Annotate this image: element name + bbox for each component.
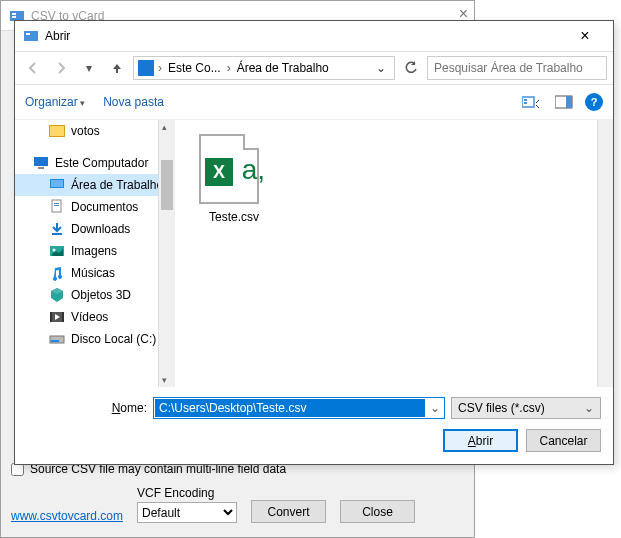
tree-item-votos[interactable]: votos bbox=[15, 120, 174, 142]
file-name-label: Teste.csv bbox=[189, 210, 279, 224]
tree-item-downloads[interactable]: Downloads bbox=[15, 218, 174, 240]
search-input[interactable] bbox=[427, 56, 607, 80]
svg-rect-4 bbox=[26, 33, 30, 35]
svg-rect-15 bbox=[54, 203, 59, 204]
back-button[interactable] bbox=[21, 56, 45, 80]
parent-bottom-panel: Source CSV file may contain multi-line f… bbox=[1, 454, 474, 537]
desktop-icon bbox=[49, 177, 65, 193]
forward-button[interactable] bbox=[49, 56, 73, 80]
videos-icon bbox=[49, 309, 65, 325]
documents-icon bbox=[49, 199, 65, 215]
recent-button[interactable]: ▾ bbox=[77, 56, 101, 80]
dialog-icon bbox=[23, 28, 39, 44]
open-file-dialog: Abrir × ▾ › Este Co... › Área de Trabalh… bbox=[14, 20, 614, 465]
chevron-down-icon[interactable]: ⌄ bbox=[426, 401, 444, 415]
svg-rect-21 bbox=[50, 312, 52, 322]
chevron-down-icon[interactable]: ⌄ bbox=[372, 61, 390, 75]
file-list[interactable]: X a, Teste.csv bbox=[175, 120, 613, 387]
music-icon bbox=[49, 265, 65, 281]
chevron-down-icon: ⌄ bbox=[584, 401, 594, 415]
cancel-button[interactable]: Cancelar bbox=[526, 429, 601, 452]
svg-rect-9 bbox=[566, 96, 572, 108]
svg-rect-24 bbox=[51, 340, 59, 342]
svg-rect-17 bbox=[52, 233, 62, 235]
close-button[interactable]: Close bbox=[340, 500, 415, 523]
monitor-icon bbox=[138, 60, 154, 76]
navigation-tree[interactable]: votos Este Computador Área de Trabalho D… bbox=[15, 120, 175, 387]
tree-item-3d[interactable]: Objetos 3D bbox=[15, 284, 174, 306]
dialog-bottom-bar: Nome: ⌄ CSV files (*.csv) ⌄ Abrir Cancel… bbox=[15, 387, 613, 464]
svg-rect-11 bbox=[38, 167, 44, 169]
up-button[interactable] bbox=[105, 56, 129, 80]
svg-rect-22 bbox=[62, 312, 64, 322]
organize-menu[interactable]: Organizar bbox=[25, 95, 85, 109]
preview-pane-button[interactable] bbox=[553, 93, 575, 111]
address-bar: ▾ › Este Co... › Área de Trabalho ⌄ bbox=[15, 51, 613, 85]
tree-item-images[interactable]: Imagens bbox=[15, 240, 174, 262]
filename-label: Nome: bbox=[27, 401, 147, 415]
vcf-encoding-label: VCF Encoding bbox=[137, 486, 237, 500]
view-mode-button[interactable] bbox=[521, 93, 543, 111]
vcf-encoding-group: VCF Encoding Default bbox=[137, 486, 237, 523]
svg-rect-10 bbox=[34, 157, 48, 166]
svg-rect-1 bbox=[12, 13, 16, 15]
files-scrollbar[interactable] bbox=[597, 120, 613, 387]
chevron-right-icon: › bbox=[225, 61, 233, 75]
filename-input[interactable] bbox=[155, 399, 425, 417]
filename-combo[interactable]: ⌄ bbox=[153, 397, 445, 419]
svg-rect-16 bbox=[54, 205, 59, 206]
monitor-icon bbox=[33, 155, 49, 171]
content-area: votos Este Computador Área de Trabalho D… bbox=[15, 119, 613, 387]
breadcrumb-item-pc[interactable]: Este Co... bbox=[166, 61, 223, 75]
svg-rect-2 bbox=[12, 16, 16, 18]
vcf-encoding-select[interactable]: Default bbox=[137, 502, 237, 523]
csv-file-icon: X a, bbox=[199, 134, 269, 204]
svg-rect-13 bbox=[51, 180, 63, 187]
open-button[interactable]: Abrir bbox=[443, 429, 518, 452]
bottom-controls: www.csvtovcard.com VCF Encoding Default … bbox=[11, 486, 464, 523]
tree-item-este-pc[interactable]: Este Computador bbox=[15, 152, 174, 174]
refresh-button[interactable] bbox=[399, 56, 423, 80]
tree-item-disk-c[interactable]: Disco Local (C:) bbox=[15, 328, 174, 350]
cube-icon bbox=[49, 287, 65, 303]
chevron-right-icon: › bbox=[156, 61, 164, 75]
dialog-title-text: Abrir bbox=[45, 29, 70, 43]
convert-button[interactable]: Convert bbox=[251, 500, 326, 523]
dialog-titlebar: Abrir × bbox=[15, 21, 613, 51]
scrollbar-thumb[interactable] bbox=[161, 160, 173, 210]
svg-rect-7 bbox=[524, 102, 527, 104]
file-item-teste[interactable]: X a, Teste.csv bbox=[189, 134, 279, 224]
svg-rect-6 bbox=[524, 99, 527, 101]
svg-point-19 bbox=[53, 249, 56, 252]
tree-item-videos[interactable]: Vídeos bbox=[15, 306, 174, 328]
file-type-filter[interactable]: CSV files (*.csv) ⌄ bbox=[451, 397, 601, 419]
dialog-close-button[interactable]: × bbox=[565, 27, 605, 45]
website-link[interactable]: www.csvtovcard.com bbox=[11, 509, 123, 523]
downloads-icon bbox=[49, 221, 65, 237]
breadcrumb-item-desktop[interactable]: Área de Trabalho bbox=[235, 61, 331, 75]
help-button[interactable]: ? bbox=[585, 93, 603, 111]
svg-rect-5 bbox=[522, 97, 534, 107]
new-folder-button[interactable]: Nova pasta bbox=[103, 95, 164, 109]
breadcrumb[interactable]: › Este Co... › Área de Trabalho ⌄ bbox=[133, 56, 395, 80]
folder-icon bbox=[49, 123, 65, 139]
tree-item-documents[interactable]: Documentos bbox=[15, 196, 174, 218]
tree-scrollbar[interactable] bbox=[158, 120, 174, 387]
toolbar: Organizar Nova pasta ? bbox=[15, 85, 613, 119]
tree-item-music[interactable]: Músicas bbox=[15, 262, 174, 284]
disk-icon bbox=[49, 331, 65, 347]
tree-item-desktop[interactable]: Área de Trabalho bbox=[15, 174, 174, 196]
images-icon bbox=[49, 243, 65, 259]
svg-rect-3 bbox=[24, 31, 38, 41]
